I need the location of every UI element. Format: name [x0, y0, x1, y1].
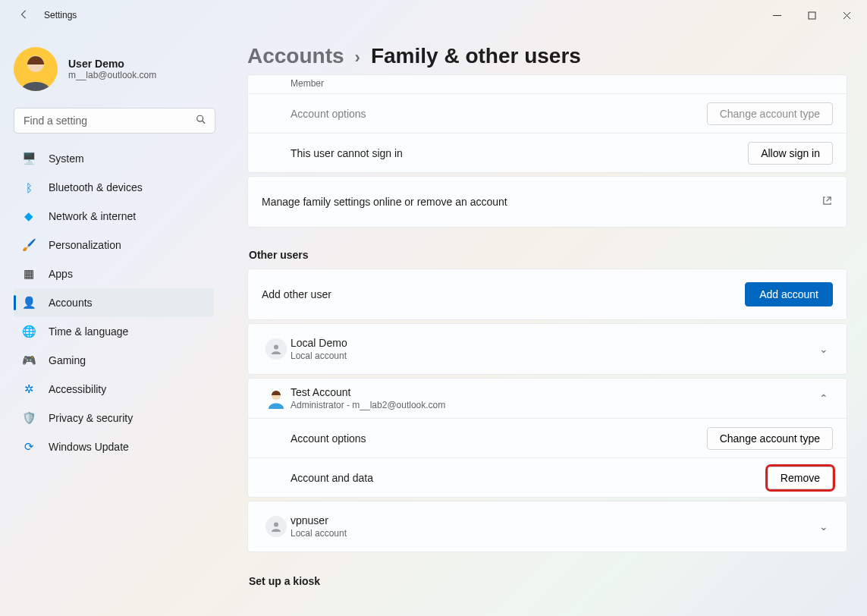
- nav-list: 🖥️System ᛒBluetooth & devices ◆Network &…: [14, 144, 221, 461]
- user-name-label: Local Demo: [291, 337, 815, 349]
- manage-family-online-row[interactable]: Manage family settings online or remove …: [247, 176, 847, 228]
- user-row-header[interactable]: Test Account Administrator - m__lab2@out…: [248, 379, 847, 418]
- chevron-right-icon: ›: [355, 48, 360, 68]
- nav-label: Gaming: [49, 354, 86, 366]
- update-icon: ⟳: [21, 439, 36, 454]
- nav-bluetooth[interactable]: ᛒBluetooth & devices: [14, 173, 214, 202]
- user-avatar: [14, 47, 58, 91]
- chevron-up-icon: ⌃: [815, 392, 833, 404]
- user-sub-label: Administrator - m__lab2@outlook.com: [291, 400, 815, 410]
- other-users-title: Other users: [249, 249, 847, 261]
- chevron-down-icon: ⌄: [815, 520, 833, 533]
- user-email: m__lab@outlook.com: [68, 70, 156, 80]
- nav-label: Network & internet: [49, 210, 136, 222]
- nav-label: Accounts: [49, 297, 93, 309]
- nav-label: System: [49, 152, 84, 165]
- user-avatar-small: [262, 388, 291, 409]
- nav-label: Personalization: [49, 239, 121, 251]
- user-avatar-small: [262, 338, 291, 360]
- accessibility-icon: ✲: [21, 382, 36, 397]
- breadcrumb: Accounts › Family & other users: [247, 44, 847, 68]
- account-options-label: Account options: [291, 432, 707, 445]
- nav-update[interactable]: ⟳Windows Update: [14, 432, 214, 461]
- nav-personalization[interactable]: 🖌️Personalization: [14, 231, 214, 259]
- user-avatar-small: [262, 516, 291, 537]
- user-row-local-demo[interactable]: Local Demo Local account ⌄: [247, 323, 847, 375]
- svg-rect-0: [809, 12, 815, 19]
- main: Accounts › Family & other users Member A…: [228, 30, 867, 616]
- manage-family-label: Manage family settings online or remove …: [262, 196, 821, 208]
- nav-network[interactable]: ◆Network & internet: [14, 202, 214, 231]
- maximize-button[interactable]: [794, 3, 829, 27]
- member-role: Member: [291, 78, 833, 89]
- user-name-label: vpnuser: [291, 514, 815, 526]
- svg-point-5: [274, 523, 278, 527]
- account-options-label: Account options: [291, 108, 707, 120]
- user-row-vpnuser[interactable]: vpnuser Local account ⌄: [247, 501, 847, 552]
- chevron-down-icon: ⌄: [815, 343, 833, 355]
- search-input[interactable]: [14, 108, 215, 134]
- minimize-button[interactable]: [759, 3, 794, 27]
- user-row-test-account: Test Account Administrator - m__lab2@out…: [247, 378, 847, 498]
- user-sub-label: Local account: [291, 528, 815, 539]
- add-other-user-label: Add other user: [262, 288, 745, 300]
- nav-time[interactable]: 🌐Time & language: [14, 317, 214, 346]
- family-member-card: Member Account options Change account ty…: [247, 74, 847, 173]
- change-account-type-button[interactable]: Change account type: [707, 427, 833, 450]
- sidebar: User Demo m__lab@outlook.com 🖥️System ᛒB…: [0, 30, 228, 616]
- kiosk-section-title: Set up a kiosk: [249, 575, 847, 587]
- accounts-icon: 👤: [21, 295, 36, 310]
- allow-signin-button[interactable]: Allow sign in: [748, 142, 833, 165]
- titlebar: Settings: [0, 0, 867, 30]
- personalization-icon: 🖌️: [21, 237, 36, 253]
- apps-icon: ▦: [21, 266, 36, 281]
- network-icon: ◆: [21, 209, 36, 224]
- open-external-icon: [821, 195, 833, 209]
- account-and-data-label: Account and data: [291, 472, 768, 484]
- nav-label: Windows Update: [49, 441, 129, 453]
- breadcrumb-parent[interactable]: Accounts: [247, 44, 344, 68]
- privacy-icon: 🛡️: [21, 410, 36, 426]
- add-account-button[interactable]: Add account: [745, 282, 833, 306]
- nav-accessibility[interactable]: ✲Accessibility: [14, 375, 214, 404]
- nav-label: Time & language: [49, 325, 128, 338]
- nav-label: Bluetooth & devices: [49, 181, 143, 193]
- nav-privacy[interactable]: 🛡️Privacy & security: [14, 404, 214, 432]
- nav-label: Privacy & security: [49, 412, 133, 424]
- breadcrumb-current: Family & other users: [371, 44, 581, 68]
- bluetooth-icon: ᛒ: [21, 180, 36, 195]
- user-sub-label: Local account: [291, 350, 815, 361]
- change-account-type-button[interactable]: Change account type: [707, 102, 833, 125]
- user-name-label: Test Account: [291, 386, 815, 398]
- search-wrap: [14, 108, 215, 134]
- nav-apps[interactable]: ▦Apps: [14, 259, 214, 288]
- nav-accounts[interactable]: 👤Accounts: [14, 288, 214, 317]
- svg-point-3: [274, 345, 278, 350]
- close-button[interactable]: [829, 3, 864, 27]
- time-icon: 🌐: [21, 324, 36, 339]
- nav-system[interactable]: 🖥️System: [14, 144, 214, 173]
- back-button[interactable]: [14, 9, 35, 22]
- nav-gaming[interactable]: 🎮Gaming: [14, 346, 214, 375]
- user-name: User Demo: [68, 58, 156, 70]
- gaming-icon: 🎮: [21, 353, 36, 368]
- remove-button[interactable]: Remove: [768, 467, 833, 489]
- system-icon: 🖥️: [21, 151, 36, 166]
- window-title: Settings: [44, 10, 77, 20]
- add-other-user-row: Add other user Add account: [247, 269, 847, 320]
- nav-label: Apps: [49, 268, 73, 280]
- nav-label: Accessibility: [49, 383, 106, 395]
- user-block[interactable]: User Demo m__lab@outlook.com: [14, 47, 221, 91]
- cannot-signin-label: This user cannot sign in: [291, 147, 748, 159]
